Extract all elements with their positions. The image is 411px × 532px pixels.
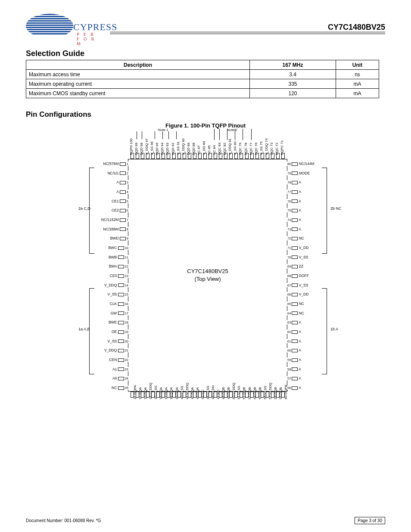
note-tick: [219, 129, 220, 140]
pin-left-7: NC/1152M 7: [96, 218, 129, 222]
port-label-1b: 1b A: [330, 327, 338, 331]
pin-right-66: 66 V_DD: [286, 292, 325, 296]
page-footer: Document Number: 001-06088 Rev. *G Page …: [26, 517, 385, 524]
pin-top-79: DQC 79: [238, 143, 242, 155]
pin-top-72: DQC 72: [275, 143, 279, 155]
bracket-port-1a: [89, 288, 94, 374]
note-tick: [176, 131, 177, 139]
pin-left-6: CE2 6: [96, 208, 129, 212]
pin-left-20: V_SS 20: [96, 339, 129, 343]
pin-top-73: DQC 73: [270, 143, 274, 155]
header-rule: CY7C1480BV25: [110, 23, 385, 35]
th-unit: Unit: [336, 60, 379, 70]
selection-guide-table: Description 167 MHz Unit Maximum access …: [26, 60, 379, 98]
note-tick: [235, 129, 235, 140]
pin-top-88: DQD 88: [192, 143, 196, 155]
note-tick: [155, 131, 155, 139]
pin-top-75: V_SS 75: [259, 141, 263, 155]
pin-left-9: BWD 9: [96, 236, 129, 240]
pin-right-75: 75 A: [286, 208, 325, 212]
pin-right-76: 76 A: [286, 199, 325, 203]
pin-top-77: DQC 77: [249, 143, 253, 155]
pin-right-77: 77 A: [286, 190, 325, 194]
part-number: CY7C1480BV25: [328, 23, 385, 34]
pin-top-83: DQC 83: [218, 143, 221, 155]
tqfp-pinout-diagram: CY7C1480BV25(Top View) 2a C,D 1a A,B 2b …: [29, 133, 382, 426]
pin-top-93: DQD 93: [165, 143, 169, 155]
pin-top-86: V_DD 86: [202, 141, 206, 155]
pin-left-5: CE1 5: [96, 199, 129, 203]
note-tick: [214, 129, 215, 140]
note-tick: [142, 131, 142, 139]
port-label-2a: 2a C,D: [78, 206, 90, 211]
note-1-label: Note 1: [158, 128, 168, 132]
pin-left-3: A 3: [96, 180, 129, 184]
pin-top-80: V_SS 80: [233, 141, 237, 155]
pin-top-82: DQC 82: [223, 143, 227, 155]
pin-right-73: 73 A: [286, 227, 325, 231]
pin-left-11: BWB 11: [96, 255, 129, 259]
th-freq: 167 MHz: [250, 60, 336, 70]
note-tick: [227, 129, 227, 140]
pin-left-14: V_DDQ 14: [96, 283, 129, 287]
pin-right-70: 70 V_SS: [286, 255, 325, 259]
pin-left-2: NC/1G 2: [96, 171, 129, 175]
table-row: Maximum access time3.4ns: [26, 70, 379, 79]
pin-top-84: NC 84: [212, 145, 216, 155]
figure-title: Figure 1. 100-Pin TQFP Pinout: [0, 122, 411, 129]
pin-right-80: 80 NC/144M: [286, 162, 325, 166]
note-2-label: Note 2: [227, 128, 237, 132]
pin-right-61: 61 A: [286, 339, 325, 343]
pin-top-76: DQC 76: [254, 143, 258, 155]
page-header: CYPRESS P E R F O R M CY7C1480BV25: [0, 0, 411, 44]
port-label-1a: 1a A,B: [78, 327, 90, 331]
pin-right-71: 71 V_DD: [286, 246, 325, 250]
pin-left-12: BWA 12: [96, 264, 129, 268]
pin-left-17: GW 17: [96, 311, 129, 315]
pin-right-65: 65 NC: [286, 302, 325, 306]
pin-top-85: NC 85: [207, 145, 211, 155]
chip-label: CY7C1480BV25(Top View): [187, 268, 228, 283]
pin-left-16: CLK 16: [96, 302, 129, 306]
pin-right-63: 63 A: [286, 320, 325, 324]
pin-left-18: BWE 18: [96, 320, 129, 324]
pin-top-90: V_DDQ 90: [181, 138, 185, 155]
logo-text: CYPRESS: [73, 22, 117, 33]
pin-top-81: V_DDQ 81: [228, 138, 232, 155]
note-tick: [168, 131, 169, 139]
pin-top-98: DQD 98: [140, 143, 143, 155]
note-tick: [137, 131, 137, 139]
pin-right-57: 57 A: [286, 376, 325, 380]
table-row: Maximum CMOS standby current120mA: [26, 89, 379, 98]
note-tick: [243, 129, 243, 140]
chip-outline: CY7C1480BV25(Top View): [128, 159, 287, 392]
pin-left-24: A0 24: [96, 376, 129, 380]
pin-top-91: V_SS 91: [176, 141, 180, 155]
pin-top-89: DQD 89: [187, 143, 190, 155]
pin-top-71: DQPC 71: [280, 140, 284, 155]
pin-left-4: A 4: [96, 190, 129, 194]
pin-top-92: DQD 92: [171, 143, 175, 155]
pin-right-59: 59 A: [286, 358, 325, 362]
pin-top-87: NC 87: [197, 145, 201, 155]
selection-guide-title: Selection Guide: [26, 49, 411, 58]
pin-right-67: 67 V_SS: [286, 283, 325, 287]
pin-right-69: 69 ZZ: [286, 264, 325, 268]
th-description: Description: [26, 60, 250, 70]
pin-config-title: Pin Configurations: [26, 110, 411, 119]
pin-top-97: V_DDQ 97: [145, 138, 149, 155]
pin-top-78: DQC 78: [244, 143, 248, 155]
pin-left-22: CEN 22: [96, 358, 129, 362]
pin-top-96: V_SS 96: [150, 141, 154, 155]
pin-top-94: DQD 94: [160, 143, 164, 155]
pin-left-19: OE 19: [96, 330, 129, 334]
pin-right-74: 74 A: [286, 218, 325, 222]
pin-top-100: DQPD 100: [129, 138, 133, 155]
pin-left-25: NC 25: [96, 386, 129, 390]
note-tick: [251, 129, 252, 140]
table-row: Maximum operating current335mA: [26, 79, 379, 89]
pin-top-95: DQD 95: [155, 143, 159, 155]
pin-left-10: BWC 10: [96, 246, 129, 250]
pin-right-78: 78 A: [286, 180, 325, 184]
pin-left-13: CE3 13: [96, 274, 129, 278]
